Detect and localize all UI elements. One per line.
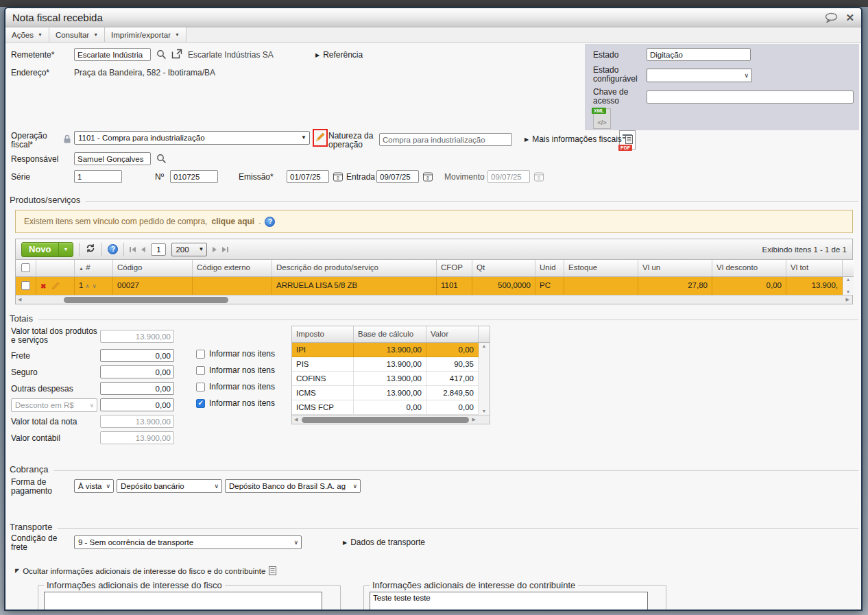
horizontal-scrollbar[interactable]: ◀ ▶	[292, 415, 490, 424]
scroll-left-icon[interactable]: ◀	[18, 298, 21, 302]
vertical-scrollbar[interactable]: ▲ ▼	[479, 343, 490, 415]
serie-input[interactable]	[74, 170, 122, 183]
scroll-down-icon[interactable]: ▼	[482, 409, 487, 413]
cell-qt: 500,0000	[472, 277, 535, 295]
scroll-up-icon[interactable]: ▲	[482, 344, 487, 348]
calendar-icon: 8	[534, 171, 544, 184]
delete-row-icon[interactable]: ✖	[40, 282, 46, 290]
totais-section: Totais Valor total dos produtos e serviç…	[5, 313, 861, 463]
scroll-right-icon[interactable]: ▶	[472, 418, 476, 422]
search-icon[interactable]	[156, 49, 167, 62]
novo-button[interactable]: Novo ▼	[21, 242, 73, 257]
vertical-scrollbar[interactable]: ▲ ▼	[843, 277, 854, 295]
table-row[interactable]: ✖ 1 ∧ ∨ 00027 ARRUELA LISA 5/8 ZB 1101 5…	[16, 277, 852, 295]
calendar-icon[interactable]: 8	[423, 171, 433, 184]
chevron-down-icon: ▼	[199, 243, 204, 256]
chevron-down-icon: ∨	[214, 480, 219, 492]
scroll-up-icon[interactable]: ▲	[846, 278, 851, 282]
page-size-select[interactable]: 200 ▼	[171, 243, 207, 256]
chave-acesso-input[interactable]	[647, 91, 854, 104]
document-icon	[625, 135, 633, 144]
scroll-right-icon[interactable]: ▶	[846, 298, 849, 302]
scrollbar-thumb[interactable]	[64, 297, 228, 303]
forma-pagamento-select-1[interactable]: À vista∨	[74, 479, 114, 493]
contribuinte-fieldset-title: Informações adicionais de interesse do c…	[370, 580, 578, 590]
cell-vl-tot: 13.900,	[786, 277, 843, 295]
col-unid[interactable]: Unid	[535, 260, 564, 277]
toggle-adicionais-link[interactable]: ◤ Ocultar informações adicionais de inte…	[15, 566, 276, 575]
table-row[interactable]: IPI 13.900,00 0,00	[292, 343, 479, 357]
page-number-input[interactable]	[151, 243, 166, 256]
col-codigo-externo[interactable]: Código externo	[193, 260, 272, 277]
menu-imprimir-exportar[interactable]: Imprimir/exportar▼	[105, 27, 186, 42]
outras-despesas-input[interactable]	[100, 382, 174, 395]
entrada-input[interactable]	[376, 170, 419, 183]
desconto-informar-checkbox[interactable]	[196, 399, 205, 408]
close-icon[interactable]: ✕	[845, 12, 854, 23]
prev-page-icon[interactable]	[141, 247, 145, 252]
scroll-down-icon[interactable]: ▼	[846, 290, 851, 294]
emissao-input[interactable]	[287, 170, 329, 183]
contribuinte-textarea[interactable]: Teste teste teste	[370, 592, 648, 611]
fisco-textarea[interactable]	[44, 592, 322, 611]
select-all-checkbox[interactable]	[21, 263, 30, 272]
referencia-link[interactable]: ▶ Referência	[315, 50, 363, 60]
edit-pencil-icon[interactable]	[315, 132, 326, 144]
forma-pagamento-select-3[interactable]: Depósito Banco do Brasil S.A. ag∨	[225, 479, 361, 493]
menu-bar: Ações▼ Consultar▼ Imprimir/exportar▼	[5, 27, 861, 43]
remetente-nome: Escarlate Indústrias SA	[188, 51, 274, 60]
col-vl-tot[interactable]: Vl tot	[786, 260, 843, 277]
calendar-icon[interactable]: 8	[333, 171, 343, 184]
dados-transporte-link[interactable]: ▶ Dados de transporte	[343, 538, 425, 547]
clique-aqui-link[interactable]: clique aqui	[211, 217, 254, 226]
move-up-down-icons[interactable]: ∧ ∨	[86, 283, 97, 289]
estado-input[interactable]	[647, 48, 751, 61]
forma-pagamento-select-2[interactable]: Depósito bancário∨	[117, 479, 222, 493]
help-icon[interactable]: ?	[108, 244, 118, 254]
col-qt[interactable]: Qt	[472, 260, 535, 277]
search-icon[interactable]	[156, 154, 167, 166]
horizontal-scrollbar[interactable]: ◀ ▶	[16, 295, 852, 304]
mais-informacoes-fiscais-link[interactable]: ▶ Mais informações fiscais	[525, 134, 633, 144]
condicao-frete-label: Condição de frete	[11, 534, 59, 552]
open-external-icon[interactable]	[171, 49, 182, 61]
responsavel-input[interactable]	[74, 152, 151, 165]
condicao-frete-select[interactable]: 9 - Sem ocorrência de transporte∨	[74, 535, 302, 549]
xml-file-icon[interactable]: XML </>	[593, 108, 611, 129]
scrollbar-thumb[interactable]	[302, 417, 469, 423]
estado-configuravel-select[interactable]: ∨	[647, 69, 752, 82]
col-vl-desconto[interactable]: Vl desconto	[712, 260, 786, 277]
remetente-input[interactable]	[74, 48, 151, 61]
col-num[interactable]: ▲ #	[75, 260, 113, 277]
desconto-input[interactable]	[100, 398, 174, 411]
numero-input[interactable]	[170, 170, 218, 183]
cell-descricao: ARRUELA LISA 5/8 ZB	[272, 277, 437, 295]
menu-acoes[interactable]: Ações▼	[5, 27, 49, 42]
next-page-icon[interactable]	[213, 247, 217, 252]
help-icon[interactable]: ?	[265, 217, 275, 227]
col-estoque[interactable]: Estoque	[564, 260, 638, 277]
table-row[interactable]: PIS 13.900,00 90,35	[292, 357, 479, 372]
row-checkbox[interactable]	[21, 281, 30, 290]
refresh-icon[interactable]	[85, 243, 96, 256]
menu-consultar[interactable]: Consultar▼	[49, 27, 105, 42]
col-codigo[interactable]: Código	[113, 260, 193, 277]
first-page-icon[interactable]	[130, 247, 136, 252]
operacao-fiscal-select[interactable]: 1101 - Compra para industrialização ▼	[74, 131, 310, 145]
col-vl-un[interactable]: Vl un	[638, 260, 712, 277]
frete-informar-checkbox[interactable]	[196, 350, 205, 359]
table-row[interactable]: COFINS 13.900,00 417,00	[292, 372, 479, 386]
table-row[interactable]: ICMS 13.900,00 2.849,50	[292, 386, 479, 400]
scroll-left-icon[interactable]: ◀	[294, 418, 298, 422]
col-descricao[interactable]: Descrição do produto/serviço	[272, 260, 437, 277]
comment-bubble-icon[interactable]	[824, 12, 839, 23]
outras-informar-checkbox[interactable]	[196, 383, 205, 391]
last-page-icon[interactable]	[222, 247, 228, 252]
natureza-operacao-input[interactable]	[379, 133, 512, 146]
col-cfop[interactable]: CFOP	[437, 260, 472, 277]
table-row[interactable]: ICMS FCP 0,00 0,00	[292, 400, 479, 415]
seguro-informar-checkbox[interactable]	[196, 366, 205, 375]
frete-input[interactable]	[100, 349, 174, 362]
seguro-input[interactable]	[100, 365, 174, 378]
edit-pencil-icon[interactable]	[51, 281, 60, 291]
